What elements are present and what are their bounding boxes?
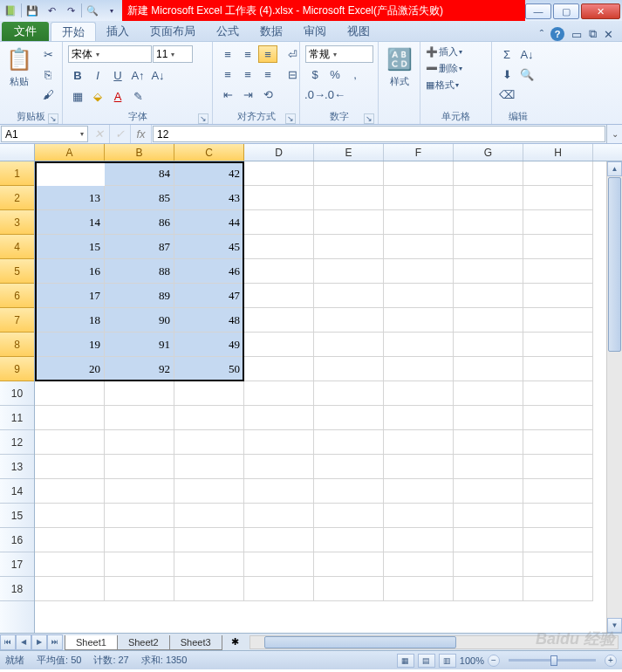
cell[interactable] <box>174 455 244 479</box>
column-header[interactable]: H <box>523 144 593 161</box>
underline-button[interactable]: U <box>108 66 127 84</box>
cell[interactable] <box>244 186 314 210</box>
cell[interactable] <box>384 357 454 381</box>
dialog-launcher-icon[interactable]: ↘ <box>48 113 58 124</box>
fill-color-icon[interactable]: ⬙ <box>88 87 107 105</box>
cell[interactable] <box>35 577 105 601</box>
cell[interactable] <box>314 455 384 479</box>
cell[interactable] <box>454 577 523 601</box>
zoom-in-icon[interactable]: + <box>605 655 617 667</box>
qat-dropdown-icon[interactable]: ▾ <box>103 2 120 19</box>
cell[interactable] <box>314 235 384 259</box>
cell[interactable] <box>244 381 314 406</box>
tab-视图[interactable]: 视图 <box>337 22 380 41</box>
cell[interactable] <box>384 161 454 186</box>
cell[interactable] <box>454 210 523 235</box>
cell[interactable] <box>454 161 523 186</box>
column-header[interactable]: B <box>105 144 174 161</box>
cell[interactable] <box>454 333 523 357</box>
scroll-down-icon[interactable]: ▼ <box>607 618 622 633</box>
orientation-icon[interactable]: ⟲ <box>258 86 277 103</box>
page-layout-view-icon[interactable]: ▤ <box>418 654 435 668</box>
dialog-launcher-icon[interactable]: ↘ <box>364 113 374 124</box>
row-header[interactable]: 16 <box>0 528 34 552</box>
cell[interactable] <box>384 308 454 333</box>
minimize-button[interactable]: — <box>525 3 551 19</box>
cell[interactable]: 17 <box>35 284 105 308</box>
increase-indent-icon[interactable]: ⇥ <box>238 86 257 103</box>
cell[interactable] <box>35 430 105 455</box>
cell[interactable] <box>384 577 454 601</box>
cell[interactable] <box>314 504 384 528</box>
row-header[interactable]: 4 <box>0 235 34 259</box>
row-header[interactable]: 10 <box>0 381 34 406</box>
cell[interactable] <box>523 284 593 308</box>
sheet-tab[interactable]: Sheet2 <box>117 635 170 650</box>
cell[interactable] <box>523 528 593 552</box>
cell[interactable] <box>384 381 454 406</box>
file-tab[interactable]: 文件 <box>2 22 49 41</box>
autosum-icon[interactable]: Σ <box>497 45 516 63</box>
number-format-combo[interactable]: 常规▾ <box>305 45 373 63</box>
font-color-icon[interactable]: A <box>108 87 127 105</box>
maximize-button[interactable]: ▢ <box>553 3 579 19</box>
cell[interactable] <box>454 528 523 552</box>
sheet-tab[interactable]: Sheet1 <box>65 635 118 650</box>
cell[interactable] <box>523 333 593 357</box>
cell[interactable] <box>105 455 174 479</box>
bold-button[interactable]: B <box>68 66 87 84</box>
cell[interactable] <box>314 357 384 381</box>
cell[interactable] <box>454 455 523 479</box>
cell[interactable] <box>244 284 314 308</box>
horizontal-scrollbar[interactable] <box>249 635 619 649</box>
redo-icon[interactable]: ↷ <box>62 2 79 19</box>
cell[interactable] <box>454 259 523 284</box>
cell[interactable] <box>384 528 454 552</box>
hscroll-thumb[interactable] <box>264 636 456 648</box>
cell[interactable] <box>314 430 384 455</box>
cell[interactable] <box>454 381 523 406</box>
align-left-icon[interactable]: ≡ <box>218 65 237 83</box>
cell[interactable]: 42 <box>174 161 244 186</box>
cell[interactable] <box>384 284 454 308</box>
currency-icon[interactable]: $ <box>305 65 325 83</box>
cell[interactable]: 14 <box>35 210 105 235</box>
insert-cells-button[interactable]: ➕插入▾ <box>426 45 462 58</box>
dialog-launcher-icon[interactable]: ↘ <box>285 113 296 124</box>
select-all-corner[interactable] <box>0 144 35 161</box>
cell[interactable] <box>244 308 314 333</box>
cell[interactable]: 86 <box>105 210 174 235</box>
cell[interactable]: 49 <box>174 333 244 357</box>
cell[interactable] <box>174 479 244 504</box>
align-right-icon[interactable]: ≡ <box>258 65 277 83</box>
cell[interactable] <box>244 259 314 284</box>
cell[interactable]: 89 <box>105 284 174 308</box>
cell[interactable] <box>523 357 593 381</box>
cell[interactable] <box>105 577 174 601</box>
sort-icon[interactable]: A↓ <box>517 45 537 63</box>
cell[interactable] <box>35 504 105 528</box>
formula-input[interactable]: 12 <box>153 126 605 142</box>
align-center-icon[interactable]: ≡ <box>238 65 257 83</box>
cell[interactable] <box>523 186 593 210</box>
row-header[interactable]: 1 <box>0 161 34 186</box>
cell[interactable]: 85 <box>105 186 174 210</box>
cell[interactable]: 47 <box>174 284 244 308</box>
cell[interactable] <box>384 504 454 528</box>
column-header[interactable]: F <box>384 144 454 161</box>
cell[interactable]: 92 <box>105 357 174 381</box>
cell[interactable] <box>105 504 174 528</box>
cell[interactable] <box>523 577 593 601</box>
cell[interactable] <box>244 528 314 552</box>
cell[interactable] <box>244 210 314 235</box>
cell[interactable] <box>523 161 593 186</box>
cell[interactable] <box>174 528 244 552</box>
cell[interactable] <box>244 455 314 479</box>
format-painter-icon[interactable]: 🖌 <box>38 86 58 103</box>
cancel-formula-icon[interactable]: ✕ <box>89 125 110 143</box>
cell[interactable] <box>454 357 523 381</box>
cell[interactable] <box>523 210 593 235</box>
cell[interactable] <box>244 577 314 601</box>
cell[interactable] <box>35 528 105 552</box>
column-header[interactable]: A <box>35 144 105 161</box>
